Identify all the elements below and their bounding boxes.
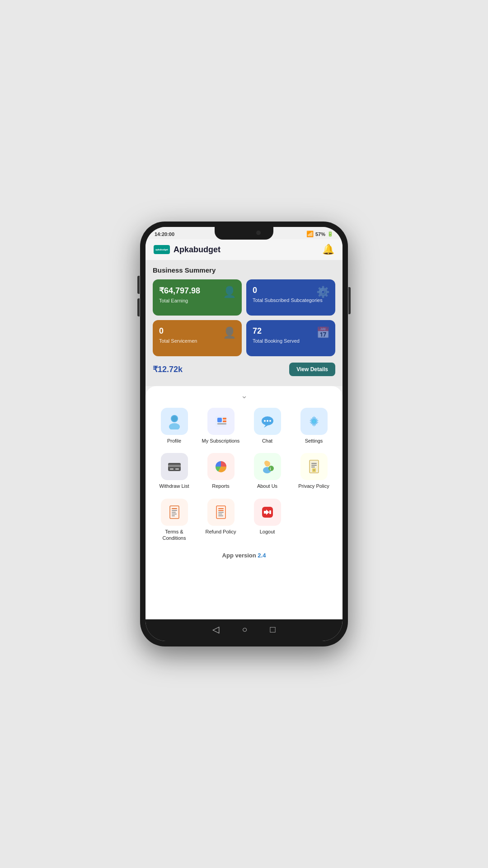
battery-percentage: 57%	[315, 231, 325, 237]
chat-label: Chat	[262, 438, 272, 444]
menu-item-about[interactable]: i About Us	[246, 450, 289, 492]
settings-label: Settings	[305, 438, 323, 444]
earnings-amount: ₹12.72k	[153, 364, 183, 374]
svg-rect-18	[175, 468, 179, 470]
subscriptions-label: My Subscriptions	[202, 438, 240, 444]
app-title: Apkabudget	[174, 245, 221, 255]
power-button[interactable]	[348, 287, 351, 314]
volume-down-button[interactable]	[137, 298, 140, 316]
terms-label: Terms & Conditions	[155, 528, 194, 542]
total-servicemen-card[interactable]: 0 Total Servicemen 👤	[153, 320, 242, 356]
logout-icon-wrap	[254, 499, 281, 526]
view-details-button[interactable]: View Details	[289, 363, 335, 376]
svg-rect-5	[223, 418, 226, 420]
svg-rect-36	[172, 512, 176, 513]
svg-point-11	[269, 420, 271, 422]
menu-item-refund[interactable]: Refund Policy	[199, 496, 242, 544]
about-icon-wrap: i	[254, 453, 281, 480]
notch	[215, 227, 273, 240]
menu-grid-row2: Withdraw List	[153, 450, 335, 492]
svg-point-23	[268, 466, 274, 471]
svg-rect-7	[217, 423, 226, 425]
sheet-handle-icon[interactable]: ⌄	[153, 391, 335, 401]
home-button[interactable]: ○	[242, 624, 247, 635]
svg-point-21	[264, 461, 269, 465]
subscribed-card-icon: ⚙️	[316, 286, 330, 298]
svg-rect-45	[218, 515, 223, 516]
svg-rect-34	[172, 508, 177, 509]
phone-frame: 14:20:00 📶 57% 🔋 apkabudget Apkabudget 🔔	[140, 222, 348, 646]
svg-rect-48	[269, 510, 271, 514]
notification-bell-icon[interactable]: 🔔	[322, 244, 334, 255]
wifi-icon: 📶	[306, 231, 314, 237]
logout-icon	[259, 504, 276, 520]
refund-label: Refund Policy	[206, 528, 236, 535]
status-bar: 14:20:00 📶 57% 🔋	[145, 227, 343, 239]
svg-rect-28	[311, 465, 317, 466]
svg-rect-17	[170, 468, 174, 470]
menu-item-profile[interactable]: Profile	[153, 405, 196, 447]
about-label: About Us	[257, 483, 277, 489]
app-logo-area: apkabudget Apkabudget	[154, 245, 221, 255]
status-icons: 📶 57% 🔋	[306, 231, 333, 237]
reports-icon	[213, 458, 229, 475]
svg-rect-43	[218, 512, 224, 513]
withdraw-label: Withdraw List	[159, 483, 189, 489]
volume-up-button[interactable]	[137, 276, 140, 294]
total-subscribed-card[interactable]: 0 Total Subscribed Subcategories ⚙️	[246, 279, 335, 316]
earnings-row: ₹12.72k View Details	[153, 362, 335, 380]
privacy-label: Privacy Policy	[298, 483, 329, 489]
chat-icon	[259, 413, 276, 429]
earning-card-icon: 👤	[223, 286, 236, 298]
menu-item-privacy[interactable]: Privacy Policy	[292, 450, 335, 492]
profile-icon	[166, 413, 183, 429]
svg-rect-42	[218, 510, 224, 511]
recent-button[interactable]: □	[270, 624, 276, 635]
bottom-sheet: ⌄ Profile	[145, 386, 343, 619]
menu-item-withdraw[interactable]: Withdraw List	[153, 450, 196, 492]
menu-item-reports[interactable]: Reports	[199, 450, 242, 492]
total-earning-label: Total Earning	[159, 297, 235, 304]
back-button[interactable]: ◁	[212, 624, 219, 635]
total-earning-card[interactable]: ₹64,797.98 Total Earning 👤	[153, 279, 242, 316]
withdraw-icon-wrap	[161, 453, 188, 480]
refund-icon-wrap	[207, 499, 235, 526]
app-header: apkabudget Apkabudget 🔔	[145, 239, 343, 260]
svg-text:i: i	[270, 467, 271, 471]
privacy-icon-wrap	[300, 453, 328, 480]
summary-cards-grid: ₹64,797.98 Total Earning 👤 0 Total Subsc…	[153, 279, 335, 356]
menu-item-logout[interactable]: Logout	[246, 496, 289, 544]
menu-item-chat[interactable]: Chat	[246, 405, 289, 447]
booking-card-icon: 📅	[316, 326, 330, 339]
svg-point-9	[264, 420, 266, 422]
menu-item-subscriptions[interactable]: My Subscriptions	[199, 405, 242, 447]
svg-point-1	[169, 423, 180, 429]
logo-text: apkabudget	[155, 248, 168, 251]
battery-icon: 🔋	[327, 231, 333, 237]
menu-item-settings[interactable]: Settings	[292, 405, 335, 447]
svg-rect-29	[311, 467, 315, 467]
total-booking-card[interactable]: 72 Total Booking Served 📅	[246, 320, 335, 356]
profile-label: Profile	[167, 438, 181, 444]
reports-label: Reports	[212, 483, 230, 489]
svg-rect-35	[172, 510, 177, 511]
refund-icon	[213, 504, 229, 520]
svg-point-2	[172, 416, 177, 421]
settings-icon	[306, 413, 322, 429]
menu-grid-row1: Profile My	[153, 405, 335, 447]
reports-icon-wrap	[207, 453, 235, 480]
time-display: 14:20:00	[155, 231, 174, 237]
front-camera	[256, 231, 261, 235]
business-summary-title: Business Summery	[153, 266, 335, 274]
about-icon: i	[259, 458, 276, 475]
svg-point-14	[312, 420, 316, 423]
phone-screen: 14:20:00 📶 57% 🔋 apkabudget Apkabudget 🔔	[145, 227, 343, 641]
menu-item-terms[interactable]: Terms & Conditions	[153, 496, 196, 544]
privacy-icon	[306, 458, 322, 475]
dashboard-area: Business Summery ₹64,797.98 Total Earnin…	[145, 260, 343, 386]
withdraw-icon	[166, 458, 183, 475]
menu-grid-row3: Terms & Conditions	[153, 496, 335, 544]
chat-icon-wrap	[254, 408, 281, 435]
app-content: apkabudget Apkabudget 🔔 Business Summery…	[145, 239, 343, 619]
app-logo: apkabudget	[154, 245, 170, 254]
